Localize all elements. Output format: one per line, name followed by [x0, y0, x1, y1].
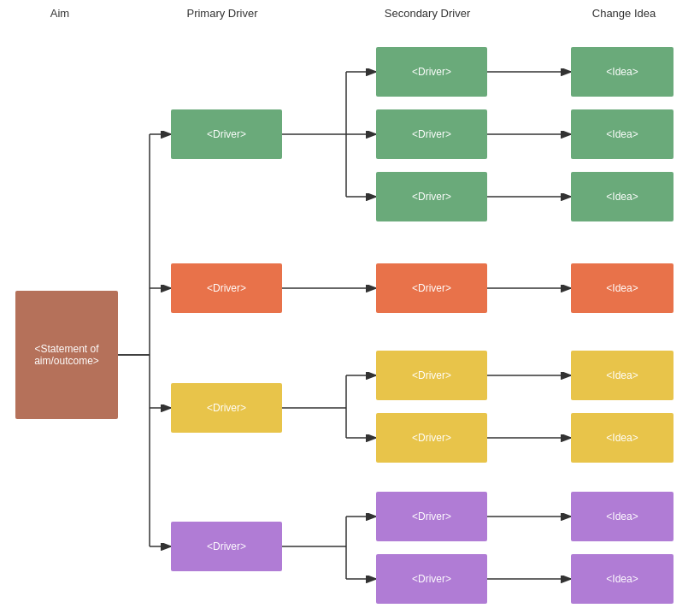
- secondary-driver-4: <Driver>: [376, 263, 487, 313]
- change-idea-7: <Idea>: [571, 492, 674, 541]
- primary-driver-2: <Driver>: [171, 263, 282, 313]
- diagram-container: Aim Primary Driver Secondary Driver Chan…: [0, 0, 700, 614]
- change-idea-1: <Idea>: [571, 47, 674, 97]
- secondary-driver-7: <Driver>: [376, 492, 487, 541]
- change-idea-5: <Idea>: [571, 351, 674, 400]
- secondary-driver-2: <Driver>: [376, 109, 487, 159]
- secondary-driver-8: <Driver>: [376, 554, 487, 604]
- change-idea-6: <Idea>: [571, 413, 674, 463]
- header-change: Change Idea: [568, 7, 679, 20]
- aim-box: <Statement of aim/outcome>: [15, 291, 118, 419]
- change-idea-8: <Idea>: [571, 554, 674, 604]
- change-idea-3: <Idea>: [571, 172, 674, 221]
- header-primary: Primary Driver: [162, 7, 282, 20]
- header-secondary: Secondary Driver: [368, 7, 487, 20]
- change-idea-4: <Idea>: [571, 263, 674, 313]
- secondary-driver-5: <Driver>: [376, 351, 487, 400]
- change-idea-2: <Idea>: [571, 109, 674, 159]
- secondary-driver-6: <Driver>: [376, 413, 487, 463]
- secondary-driver-1: <Driver>: [376, 47, 487, 97]
- header-aim: Aim: [17, 7, 103, 20]
- secondary-driver-3: <Driver>: [376, 172, 487, 221]
- primary-driver-3: <Driver>: [171, 383, 282, 433]
- primary-driver-4: <Driver>: [171, 522, 282, 571]
- primary-driver-1: <Driver>: [171, 109, 282, 159]
